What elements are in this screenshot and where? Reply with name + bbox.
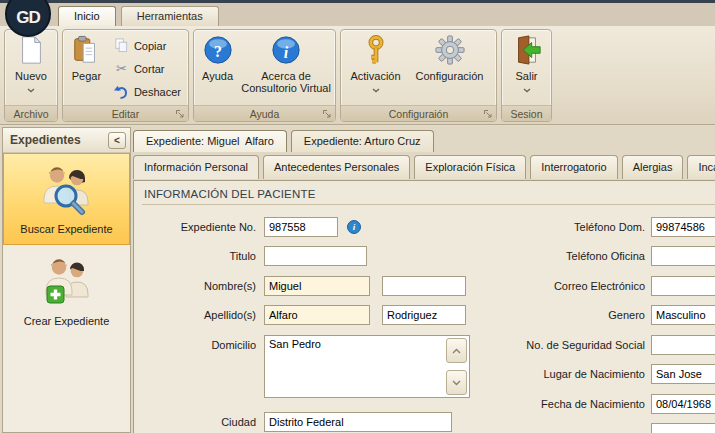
app-window: GD Inicio Herramientas Nuevo Archi	[0, 0, 715, 433]
telefono-dom-input[interactable]	[651, 217, 715, 237]
patient-info-panel: INFORMACIÓN DEL PACIENTE Expediente No. …	[133, 180, 715, 433]
panel-collapse-button[interactable]: <	[108, 132, 126, 149]
ribbon-tab-inicio[interactable]: Inicio	[58, 6, 116, 26]
info-circle-icon: i	[271, 35, 301, 68]
copiar-label: Copiar	[134, 40, 166, 52]
ribbon-group-archivo: Nuevo Archivo	[4, 29, 58, 122]
document-tab-arturo-cruz[interactable]: Expediente: Arturo Cruz	[291, 130, 434, 152]
domicilio-memo: San Pedro	[264, 335, 470, 398]
ayuda-button[interactable]: ? Ayuda	[196, 32, 239, 105]
deshacer-label: Deshacer	[134, 86, 181, 98]
new-document-icon	[16, 35, 46, 68]
group-label-ayuda: Ayuda	[250, 108, 280, 120]
telefono-oficina-label: Teléfono Oficina	[450, 246, 645, 266]
titulo-label: Titulo	[134, 246, 264, 266]
ribbon-group-editar: Pegar Copiar ✂ Cortar	[62, 29, 189, 122]
activacion-button[interactable]: Activación	[345, 32, 407, 105]
undo-arrow-icon	[113, 85, 130, 99]
expediente-info-icon[interactable]: i	[347, 220, 361, 234]
record-tab-strip: Información Personal Antecedentes Person…	[133, 155, 715, 179]
telefono-oficina-input[interactable]	[651, 246, 715, 266]
nombre-label: Nombre(s)	[134, 276, 264, 296]
ribbon-tab-strip: Inicio Herramientas	[0, 3, 715, 26]
ribbon: Nuevo Archivo	[0, 26, 715, 125]
cut-scissors-icon: ✂	[113, 61, 130, 76]
document-tab-miguel-alfaro[interactable]: Expediente: Miguel Alfaro	[133, 130, 287, 152]
buscar-expediente-label: Buscar Expediente	[20, 223, 112, 235]
logo-monogram: GD	[16, 0, 40, 28]
editar-dialog-launcher-icon[interactable]	[175, 109, 185, 119]
expedientes-panel-header: Expedientes <	[3, 128, 130, 153]
group-label-archivo: Archivo	[13, 108, 48, 120]
ciudad-input[interactable]	[264, 412, 452, 432]
lugar-nacimiento-label: Lugar de Nacimiento	[450, 364, 645, 384]
tab-antecedentes-personales[interactable]: Antecedentes Personales	[263, 155, 410, 179]
crear-expediente-label: Crear Expediente	[24, 315, 110, 327]
sidebar-item-crear-expediente[interactable]: Crear Expediente	[3, 245, 130, 337]
document-tab-strip: Expediente: Miguel Alfaro Expediente: Ar…	[133, 130, 438, 152]
group-label-configuracion: Configuraión	[389, 108, 449, 120]
salir-button[interactable]: Salir	[504, 32, 549, 105]
configuracion-label: Configuración	[416, 70, 484, 83]
patients-search-icon	[40, 164, 94, 220]
seguridad-social-label: No. de Seguridad Social	[450, 335, 645, 355]
sidebar-item-buscar-expediente[interactable]: Buscar Expediente	[3, 153, 130, 245]
section-title: INFORMACIÓN DEL PACIENTE	[134, 181, 715, 204]
ciudad-label: Ciudad	[134, 412, 264, 432]
tab-exploracion-fisica[interactable]: Exploración Física	[414, 155, 526, 179]
tab-incapacidades[interactable]: Inca	[687, 155, 715, 179]
ayuda-dialog-launcher-icon[interactable]	[322, 109, 332, 119]
configuracion-button[interactable]: Configuración	[407, 32, 493, 105]
ayuda-label: Ayuda	[202, 70, 233, 83]
nuevo-button[interactable]: Nuevo	[7, 32, 55, 105]
deshacer-button[interactable]: Deshacer	[108, 80, 186, 103]
patient-form: Expediente No. i Titulo Nombre(s) Apelli…	[134, 205, 715, 433]
cortar-label: Cortar	[134, 63, 165, 75]
correo-electronico-input[interactable]	[651, 276, 715, 296]
genero-input[interactable]	[651, 305, 715, 325]
acerca-label: Acerca de Consultorio Virtual	[239, 70, 333, 95]
telefono-dom-label: Teléfono Dom.	[450, 217, 645, 237]
exit-door-icon	[512, 35, 542, 68]
configuracion-dialog-launcher-icon[interactable]	[483, 109, 493, 119]
pegar-button[interactable]: Pegar	[65, 32, 108, 105]
group-label-editar: Editar	[112, 108, 139, 120]
apellido-input[interactable]	[264, 305, 370, 325]
domicilio-textarea[interactable]: San Pedro	[265, 336, 445, 395]
copiar-button[interactable]: Copiar	[108, 34, 186, 57]
chevron-down-icon	[372, 83, 380, 96]
seguridad-social-input[interactable]	[651, 335, 715, 355]
help-question-icon: ?	[203, 35, 233, 68]
fecha-nacimiento-input[interactable]	[651, 394, 715, 414]
ribbon-group-sesion: Salir Sesion	[501, 29, 552, 122]
ribbon-group-ayuda: ? Ayuda i Acerca de Consultorio Virtual	[193, 29, 336, 122]
extra-field-input[interactable]	[651, 423, 715, 433]
domicilio-label: Domicilio	[134, 335, 264, 355]
expedientes-panel-title: Expedientes	[10, 133, 108, 147]
paste-clipboard-icon	[71, 35, 101, 68]
titulo-input[interactable]	[264, 246, 367, 266]
svg-text:i: i	[284, 44, 289, 61]
acerca-button[interactable]: i Acerca de Consultorio Virtual	[239, 32, 333, 105]
activacion-label: Activación	[350, 70, 400, 83]
tab-informacion-personal[interactable]: Información Personal	[133, 155, 259, 179]
workspace: Expedientes <	[0, 126, 715, 433]
tab-interrogatorio[interactable]: Interrogatorio	[530, 155, 617, 179]
cortar-button[interactable]: ✂ Cortar	[108, 57, 186, 80]
copy-pages-icon	[113, 38, 130, 53]
nuevo-label: Nuevo	[15, 70, 47, 83]
fecha-nacimiento-label: Fecha de Nacimiento	[450, 394, 645, 414]
ribbon-group-configuracion: Activación	[340, 29, 497, 122]
group-label-sesion: Sesion	[510, 108, 542, 120]
pegar-label: Pegar	[72, 70, 101, 83]
genero-label: Genero	[450, 305, 645, 325]
expediente-no-input[interactable]	[264, 217, 338, 237]
expediente-no-label: Expediente No.	[134, 217, 264, 237]
lugar-nacimiento-input[interactable]	[651, 364, 715, 384]
tab-alergias[interactable]: Alergias	[622, 155, 684, 179]
chevron-down-icon	[27, 83, 35, 96]
ribbon-tab-herramientas[interactable]: Herramientas	[121, 6, 219, 26]
nombre-input[interactable]	[264, 276, 370, 296]
salir-label: Salir	[515, 70, 537, 83]
gear-icon	[435, 35, 465, 68]
